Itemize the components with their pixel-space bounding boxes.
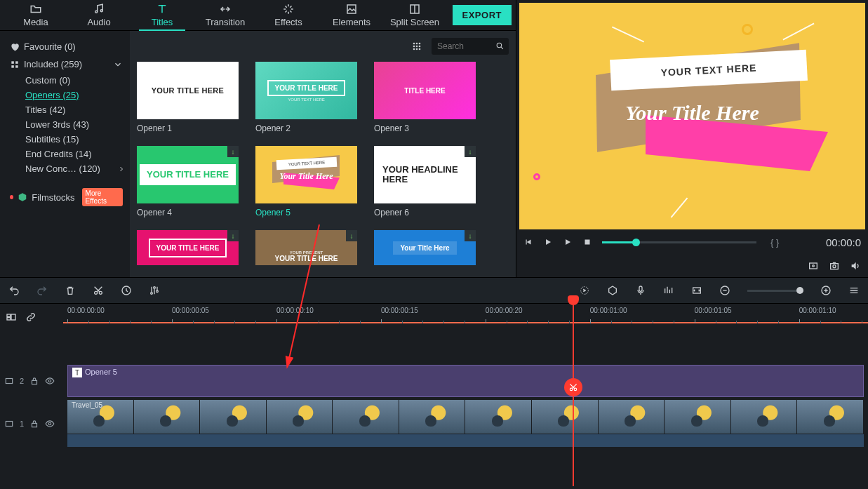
tab-elements[interactable]: Elements [320, 0, 383, 31]
adjust-button[interactable] [149, 285, 160, 296]
svg-rect-33 [11, 314, 15, 320]
folder-icon [29, 3, 42, 15]
sidebar-included[interactable]: Included (259) [7, 55, 126, 73]
grid-item-opener5[interactable]: YOUR TEXT HERE Your Title Here Opener 5 [255, 146, 357, 217]
voiceover-button[interactable] [635, 285, 646, 296]
download-icon [465, 146, 476, 157]
track-video-row: 1 Travel_05 [63, 399, 868, 448]
title-clip[interactable]: T Opener 5 [67, 365, 864, 397]
snapshot-icon[interactable] [829, 260, 840, 272]
settings-icon[interactable] [808, 260, 819, 272]
media-button[interactable] [6, 312, 17, 323]
sidebar-item-openers[interactable]: Openers (25) [7, 88, 126, 102]
svg-rect-7 [15, 65, 18, 68]
svg-point-39 [48, 422, 51, 425]
split-indicator[interactable] [564, 378, 582, 396]
sidebar-item-subtitles[interactable]: Subtitles (15) [7, 132, 126, 147]
titles-sidebar: Favourite (0) Included (259) Custom (0) … [0, 31, 130, 277]
svg-rect-19 [810, 263, 817, 269]
history-button[interactable] [121, 285, 132, 296]
marker-button[interactable] [607, 285, 618, 296]
svg-point-8 [413, 43, 415, 45]
grid-item-opener3[interactable]: TITLE HERE Opener 3 [374, 62, 476, 133]
link-button[interactable] [25, 312, 36, 323]
audio-strip[interactable] [67, 434, 864, 447]
svg-point-20 [813, 265, 815, 267]
tab-effects[interactable]: Effects [257, 0, 320, 31]
grid-item-opener9[interactable]: Your Title Here [374, 230, 476, 265]
svg-point-1 [100, 10, 102, 12]
grid-item-opener8[interactable]: YOUR PRESENTYOUR TITLE HERE [255, 230, 357, 265]
svg-point-17 [497, 43, 502, 47]
grid-item-opener6[interactable]: YOUR HEADLINE HERE Opener 6 [374, 146, 476, 217]
svg-point-22 [833, 265, 836, 268]
audiomix-button[interactable] [663, 285, 674, 296]
text-icon [156, 3, 168, 15]
more-effects-badge[interactable]: More Effects [82, 188, 123, 206]
export-button[interactable]: EXPORT [453, 5, 512, 25]
svg-point-14 [413, 48, 415, 51]
lock-icon[interactable] [29, 376, 39, 386]
chevron-down-icon [113, 60, 123, 69]
eye-icon[interactable] [45, 419, 55, 429]
stop-button[interactable] [582, 237, 592, 247]
fit-button[interactable] [691, 285, 702, 296]
dot-icon [10, 195, 13, 199]
play-button[interactable] [543, 237, 553, 247]
track-number: 1 [20, 420, 24, 428]
tab-label: Elements [333, 17, 370, 27]
video-clip[interactable]: Travel_05 [67, 400, 864, 434]
zoom-in-button[interactable] [820, 285, 832, 296]
play-all-button[interactable] [563, 237, 573, 247]
manage-tracks-button[interactable] [848, 285, 860, 296]
grid-item-opener1[interactable]: YOUR TITLE HERE Opener 1 [137, 62, 239, 133]
svg-point-0 [95, 11, 98, 13]
text-icon: T [72, 368, 82, 377]
redo-button[interactable] [36, 285, 48, 296]
undo-button[interactable] [8, 285, 20, 296]
svg-point-16 [419, 48, 421, 51]
playhead[interactable] [573, 304, 574, 486]
svg-rect-2 [347, 5, 356, 13]
sidebar-item-lower3rds[interactable]: Lower 3rds (43) [7, 117, 126, 132]
markers-button[interactable]: { } [770, 237, 779, 248]
volume-icon[interactable] [850, 260, 861, 272]
sidebar-item-newconc[interactable]: New Conc… (120) [7, 161, 126, 176]
svg-rect-34 [6, 379, 12, 384]
prev-button[interactable] [523, 237, 533, 247]
item-label: Opener 6 [374, 203, 476, 217]
zoom-slider[interactable] [747, 290, 803, 292]
heart-icon [10, 42, 20, 52]
item-label: Opener 2 [255, 119, 357, 133]
item-label: Opener 3 [374, 119, 476, 133]
tab-titles[interactable]: Titles [131, 0, 194, 31]
tab-media[interactable]: Media [4, 0, 67, 31]
tab-audio[interactable]: Audio [67, 0, 131, 31]
grid-item-opener4[interactable]: YOUR TITLE HERE Opener 4 [137, 146, 239, 217]
sidebar-item-endcredits[interactable]: End Credits (14) [7, 147, 126, 161]
preview-canvas: YOUR TEXT HERE Your Title Here [519, 3, 865, 229]
sidebar-item-custom[interactable]: Custom (0) [7, 73, 126, 88]
ruler[interactable]: 00:00:00:0000:00:00:0500:00:00:1000:00:0… [63, 304, 868, 330]
zoom-out-button[interactable] [719, 285, 730, 296]
sidebar-label: Filmstocks [32, 192, 74, 203]
eye-icon[interactable] [45, 376, 55, 386]
lock-icon[interactable] [29, 419, 39, 429]
grid-item-opener7[interactable]: YOUR TITLE HERE [137, 230, 239, 265]
sidebar-item-titles[interactable]: Titles (42) [7, 102, 126, 117]
grid-item-opener2[interactable]: YOUR TITLE HEREYOUR TEXT HERE Opener 2 [255, 62, 357, 133]
grid-view-button[interactable] [409, 39, 425, 54]
tab-splitscreen[interactable]: Split Screen [383, 0, 446, 31]
preview-progress[interactable] [602, 241, 756, 243]
sidebar-filmstocks[interactable]: Filmstocks More Effects [7, 185, 126, 210]
sidebar-favourite[interactable]: Favourite (0) [7, 38, 126, 55]
svg-point-10 [419, 43, 421, 45]
render-button[interactable] [579, 285, 590, 296]
tab-transition[interactable]: Transition [194, 0, 257, 31]
svg-rect-21 [831, 264, 839, 269]
preview-title-text: Your Title Here [519, 101, 865, 125]
delete-button[interactable] [65, 285, 76, 296]
svg-rect-35 [32, 380, 37, 384]
cut-button[interactable] [93, 285, 104, 296]
download-icon [465, 230, 476, 241]
